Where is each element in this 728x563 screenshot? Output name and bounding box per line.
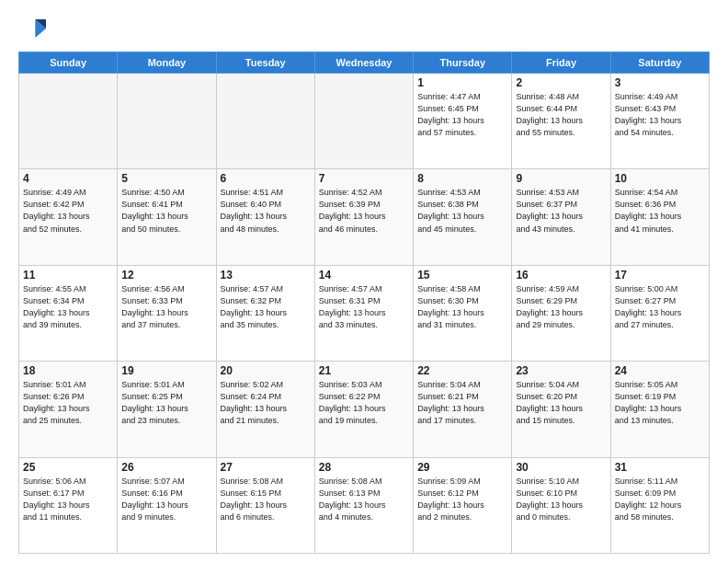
calendar-cell: 6Sunrise: 4:51 AM Sunset: 6:40 PM Daylig… <box>216 169 314 265</box>
day-number: 19 <box>121 364 211 377</box>
day-info: Sunrise: 4:57 AM Sunset: 6:32 PM Dayligh… <box>221 283 311 331</box>
calendar-cell: 17Sunrise: 5:00 AM Sunset: 6:27 PM Dayli… <box>610 265 709 361</box>
day-header-monday: Monday <box>118 52 216 74</box>
calendar-cell: 11Sunrise: 4:55 AM Sunset: 6:34 PM Dayli… <box>19 265 118 361</box>
calendar-cell: 18Sunrise: 5:01 AM Sunset: 6:26 PM Dayli… <box>19 362 118 457</box>
day-number: 31 <box>615 461 705 474</box>
day-number: 15 <box>417 269 507 282</box>
day-number: 7 <box>319 172 409 185</box>
day-info: Sunrise: 4:48 AM Sunset: 6:44 PM Dayligh… <box>516 91 606 139</box>
calendar-cell: 31Sunrise: 5:11 AM Sunset: 6:09 PM Dayli… <box>610 457 709 553</box>
day-info: Sunrise: 5:01 AM Sunset: 6:25 PM Dayligh… <box>121 379 211 427</box>
day-header-friday: Friday <box>512 52 610 74</box>
day-info: Sunrise: 4:56 AM Sunset: 6:33 PM Dayligh… <box>121 283 211 331</box>
day-info: Sunrise: 5:00 AM Sunset: 6:27 PM Dayligh… <box>615 283 705 331</box>
calendar-cell: 19Sunrise: 5:01 AM Sunset: 6:25 PM Dayli… <box>118 362 216 457</box>
day-header-tuesday: Tuesday <box>216 52 314 74</box>
calendar-week-4: 18Sunrise: 5:01 AM Sunset: 6:26 PM Dayli… <box>19 362 710 457</box>
day-number: 3 <box>615 76 705 89</box>
calendar-cell: 29Sunrise: 5:09 AM Sunset: 6:12 PM Dayli… <box>414 457 512 553</box>
calendar-cell: 1Sunrise: 4:47 AM Sunset: 6:45 PM Daylig… <box>414 74 512 169</box>
day-number: 17 <box>615 269 705 282</box>
day-number: 8 <box>417 172 507 185</box>
day-info: Sunrise: 4:51 AM Sunset: 6:40 PM Dayligh… <box>221 187 311 235</box>
day-number: 10 <box>615 172 705 185</box>
calendar-cell: 28Sunrise: 5:08 AM Sunset: 6:13 PM Dayli… <box>314 457 413 553</box>
day-number: 18 <box>23 364 113 377</box>
calendar-cell: 4Sunrise: 4:49 AM Sunset: 6:42 PM Daylig… <box>19 169 118 265</box>
logo <box>18 15 50 42</box>
day-header-saturday: Saturday <box>610 52 709 74</box>
day-number: 6 <box>221 172 311 185</box>
day-number: 25 <box>23 461 113 474</box>
day-info: Sunrise: 5:08 AM Sunset: 6:13 PM Dayligh… <box>319 476 409 523</box>
calendar-cell: 24Sunrise: 5:05 AM Sunset: 6:19 PM Dayli… <box>610 362 709 457</box>
day-number: 5 <box>121 172 211 185</box>
day-info: Sunrise: 5:06 AM Sunset: 6:17 PM Dayligh… <box>23 476 113 523</box>
day-number: 12 <box>121 269 211 282</box>
day-info: Sunrise: 5:08 AM Sunset: 6:15 PM Dayligh… <box>221 476 311 523</box>
calendar-cell: 2Sunrise: 4:48 AM Sunset: 6:44 PM Daylig… <box>512 74 610 169</box>
day-header-thursday: Thursday <box>414 52 512 74</box>
day-info: Sunrise: 5:09 AM Sunset: 6:12 PM Dayligh… <box>417 476 507 523</box>
calendar-cell: 20Sunrise: 5:02 AM Sunset: 6:24 PM Dayli… <box>216 362 314 457</box>
day-number: 22 <box>417 364 507 377</box>
calendar-cell: 16Sunrise: 4:59 AM Sunset: 6:29 PM Dayli… <box>512 265 610 361</box>
calendar-cell: 3Sunrise: 4:49 AM Sunset: 6:43 PM Daylig… <box>610 74 709 169</box>
calendar-cell: 23Sunrise: 5:04 AM Sunset: 6:20 PM Dayli… <box>512 362 610 457</box>
day-number: 2 <box>516 76 606 89</box>
day-info: Sunrise: 5:11 AM Sunset: 6:09 PM Dayligh… <box>615 476 705 523</box>
day-number: 28 <box>319 461 409 474</box>
calendar-cell: 25Sunrise: 5:06 AM Sunset: 6:17 PM Dayli… <box>19 457 118 553</box>
day-number: 1 <box>417 76 507 89</box>
calendar-table: SundayMondayTuesdayWednesdayThursdayFrid… <box>18 52 710 554</box>
calendar-cell <box>118 74 216 169</box>
day-info: Sunrise: 4:58 AM Sunset: 6:30 PM Dayligh… <box>417 283 507 331</box>
day-header-wednesday: Wednesday <box>314 52 413 74</box>
day-info: Sunrise: 5:04 AM Sunset: 6:21 PM Dayligh… <box>417 379 507 427</box>
logo-icon <box>18 15 46 42</box>
day-number: 29 <box>417 461 507 474</box>
page: SundayMondayTuesdayWednesdayThursdayFrid… <box>0 0 728 563</box>
calendar-week-5: 25Sunrise: 5:06 AM Sunset: 6:17 PM Dayli… <box>19 457 710 553</box>
day-info: Sunrise: 4:52 AM Sunset: 6:39 PM Dayligh… <box>319 187 409 235</box>
day-info: Sunrise: 4:59 AM Sunset: 6:29 PM Dayligh… <box>516 283 606 331</box>
day-number: 21 <box>319 364 409 377</box>
calendar-cell: 12Sunrise: 4:56 AM Sunset: 6:33 PM Dayli… <box>118 265 216 361</box>
header <box>18 15 710 42</box>
day-info: Sunrise: 5:05 AM Sunset: 6:19 PM Dayligh… <box>615 379 705 427</box>
day-number: 14 <box>319 269 409 282</box>
day-info: Sunrise: 4:47 AM Sunset: 6:45 PM Dayligh… <box>417 91 507 139</box>
calendar-cell: 22Sunrise: 5:04 AM Sunset: 6:21 PM Dayli… <box>414 362 512 457</box>
day-info: Sunrise: 5:03 AM Sunset: 6:22 PM Dayligh… <box>319 379 409 427</box>
calendar-cell <box>314 74 413 169</box>
calendar-cell: 26Sunrise: 5:07 AM Sunset: 6:16 PM Dayli… <box>118 457 216 553</box>
calendar-cell: 10Sunrise: 4:54 AM Sunset: 6:36 PM Dayli… <box>610 169 709 265</box>
calendar-header-row: SundayMondayTuesdayWednesdayThursdayFrid… <box>19 52 710 74</box>
day-info: Sunrise: 4:49 AM Sunset: 6:43 PM Dayligh… <box>615 91 705 139</box>
day-info: Sunrise: 5:01 AM Sunset: 6:26 PM Dayligh… <box>23 379 113 427</box>
day-info: Sunrise: 4:53 AM Sunset: 6:38 PM Dayligh… <box>417 187 507 235</box>
day-info: Sunrise: 5:02 AM Sunset: 6:24 PM Dayligh… <box>221 379 311 427</box>
day-number: 13 <box>221 269 311 282</box>
calendar-cell: 8Sunrise: 4:53 AM Sunset: 6:38 PM Daylig… <box>414 169 512 265</box>
day-info: Sunrise: 4:49 AM Sunset: 6:42 PM Dayligh… <box>23 187 113 235</box>
day-number: 9 <box>516 172 606 185</box>
day-header-sunday: Sunday <box>19 52 118 74</box>
calendar-cell: 9Sunrise: 4:53 AM Sunset: 6:37 PM Daylig… <box>512 169 610 265</box>
calendar-cell: 15Sunrise: 4:58 AM Sunset: 6:30 PM Dayli… <box>414 265 512 361</box>
calendar-cell <box>19 74 118 169</box>
day-number: 23 <box>516 364 606 377</box>
day-number: 27 <box>221 461 311 474</box>
day-info: Sunrise: 5:04 AM Sunset: 6:20 PM Dayligh… <box>516 379 606 427</box>
day-number: 20 <box>221 364 311 377</box>
calendar-cell: 27Sunrise: 5:08 AM Sunset: 6:15 PM Dayli… <box>216 457 314 553</box>
day-number: 16 <box>516 269 606 282</box>
calendar-week-2: 4Sunrise: 4:49 AM Sunset: 6:42 PM Daylig… <box>19 169 710 265</box>
day-number: 24 <box>615 364 705 377</box>
day-info: Sunrise: 5:10 AM Sunset: 6:10 PM Dayligh… <box>516 476 606 523</box>
day-info: Sunrise: 5:07 AM Sunset: 6:16 PM Dayligh… <box>121 476 211 523</box>
day-number: 30 <box>516 461 606 474</box>
day-info: Sunrise: 4:53 AM Sunset: 6:37 PM Dayligh… <box>516 187 606 235</box>
calendar-cell: 7Sunrise: 4:52 AM Sunset: 6:39 PM Daylig… <box>314 169 413 265</box>
